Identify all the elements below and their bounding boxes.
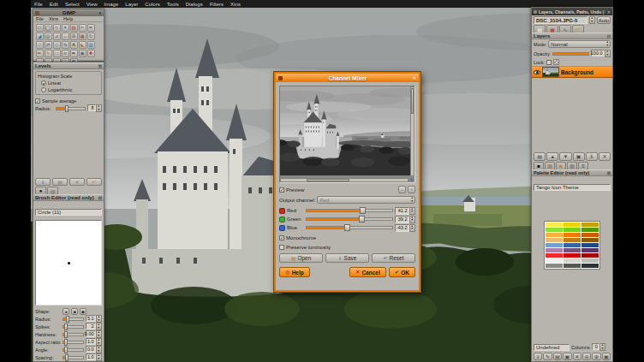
dock-tab[interactable]: ∿ (559, 25, 571, 33)
palette-editor-header[interactable]: Palette Editor (read only) ⊠ (532, 169, 612, 176)
radius-slider[interactable] (56, 107, 86, 110)
spin-arrows-icon[interactable]: ▲▼ (409, 224, 415, 232)
shape-button[interactable]: ● (63, 308, 69, 315)
tool-button[interactable]: ▭ (53, 50, 61, 57)
color-swatch[interactable] (564, 228, 581, 232)
color-swatch[interactable] (564, 238, 581, 242)
opacity-slider[interactable] (552, 52, 588, 56)
palette-action-button[interactable]: ✎ (543, 353, 552, 360)
param-slider[interactable] (63, 325, 84, 329)
color-swatch[interactable] (581, 233, 599, 237)
menu-item[interactable]: Image (101, 2, 122, 7)
channel-spinbox[interactable]: -43.2 ▲▼ (395, 224, 415, 232)
menu-icon[interactable]: ⊟ (607, 33, 611, 39)
tool-button[interactable]: ≋ (62, 50, 69, 57)
tool-button[interactable]: A (70, 41, 78, 49)
logarithmic-radio-row[interactable]: Logarithmic (38, 87, 99, 92)
color-swatch[interactable] (546, 253, 563, 258)
tool-button[interactable]: ✚ (87, 50, 95, 57)
tool-button[interactable]: ▱ (36, 41, 44, 49)
param-spinbox[interactable]: 2 ▲▼ (86, 323, 102, 330)
tool-button[interactable]: ✂ (79, 24, 86, 32)
channel-slider[interactable] (306, 209, 393, 212)
sample-average-row[interactable]: ✓ Sample average (33, 97, 104, 104)
shape-button[interactable]: ◆ (80, 308, 86, 315)
mode-select[interactable]: Normal ▲▼ (548, 40, 611, 48)
param-slider[interactable] (63, 333, 84, 336)
color-swatch[interactable] (581, 228, 599, 232)
color-swatch[interactable] (546, 248, 563, 252)
color-swatch[interactable] (581, 253, 599, 258)
preview-hscrollbar[interactable] (280, 178, 408, 182)
zoom-out-button[interactable]: − (398, 186, 406, 193)
color-swatch[interactable] (581, 248, 599, 252)
color-swatch[interactable] (546, 258, 563, 263)
menu-item[interactable]: Colors (141, 2, 163, 7)
dock-tab[interactable]: ■ (556, 162, 566, 169)
cancel-button[interactable]: ✕Cancel (349, 267, 386, 277)
columns-spinbox[interactable]: 0 ▲▼ (592, 343, 605, 351)
channel-slider[interactable] (306, 217, 393, 221)
dock-button[interactable]: ↶ (86, 178, 102, 186)
close-icon[interactable]: ✕ (413, 75, 416, 80)
color-swatch[interactable] (546, 264, 563, 268)
menu-item[interactable]: Help (61, 16, 75, 21)
dock-tab[interactable]: ▤ (534, 25, 546, 33)
palette-name-field[interactable] (534, 184, 611, 191)
color-swatch[interactable] (564, 223, 581, 227)
spin-arrows-icon[interactable]: ▲▼ (96, 338, 102, 346)
tool-button[interactable]: ↔ (62, 33, 69, 40)
palette-action-button[interactable]: ▤ (553, 353, 562, 360)
menu-item[interactable]: File (33, 16, 46, 21)
close-icon[interactable]: ⊠ (98, 195, 102, 200)
color-name-field[interactable] (534, 344, 569, 351)
palette-action-button[interactable]: ▣ (602, 353, 611, 360)
linear-radio-row[interactable]: ● Linear (38, 80, 99, 86)
dock-tab[interactable]: ↶ (572, 25, 584, 33)
dock-tab[interactable]: ▥ (567, 162, 577, 169)
monochrome-checkbox[interactable]: ✓ (279, 235, 284, 240)
close-icon[interactable]: ✕ (607, 9, 611, 15)
spin-arrows-icon[interactable]: ▲▼ (96, 330, 102, 338)
color-swatch[interactable] (546, 228, 563, 232)
tool-button[interactable]: ◣ (79, 41, 86, 49)
palette-action-button[interactable]: ✕ (573, 353, 581, 360)
visibility-eye-icon[interactable] (534, 70, 540, 74)
spin-arrows-icon[interactable]: ▲▼ (409, 216, 415, 223)
preserve-luminosity-checkbox[interactable] (279, 245, 284, 250)
tool-button[interactable]: ✏ (36, 50, 44, 57)
param-spinbox[interactable]: 0.0 ▲▼ (86, 346, 102, 353)
dock-tab[interactable]: ▨ (47, 187, 58, 194)
spin-arrows-icon[interactable]: ▲▼ (96, 104, 102, 112)
slider-handle[interactable] (66, 316, 69, 323)
tool-button[interactable]: ⇆ (62, 41, 69, 49)
menu-item[interactable]: File (31, 2, 46, 7)
menu-item[interactable]: Xtns (227, 2, 244, 7)
tool-button[interactable]: ▧ (70, 24, 78, 32)
lock-checkbox[interactable] (546, 60, 552, 65)
close-icon[interactable]: ⊠ (607, 170, 611, 175)
spin-arrows-icon[interactable]: ▲▼ (409, 207, 415, 215)
layer-action-button[interactable]: ✕ (599, 152, 611, 161)
menu-item[interactable]: View (83, 2, 101, 7)
layer-action-button[interactable]: ▣ (573, 152, 585, 161)
slider-handle[interactable] (359, 216, 365, 223)
tool-button[interactable]: ◯ (45, 24, 52, 32)
param-spinbox[interactable]: 1.0 ▲▼ (86, 353, 102, 361)
dock-button[interactable]: ▤ (52, 178, 68, 186)
menu-item[interactable]: Tools (164, 2, 182, 7)
navigation-icon[interactable]: ✛ (408, 176, 414, 182)
radio-icon[interactable]: ● (41, 80, 46, 86)
slider-handle[interactable] (64, 339, 68, 346)
palette-action-button[interactable]: ⇓ (534, 353, 542, 360)
tool-button[interactable]: ⊿ (53, 33, 61, 40)
dialog-titlebar[interactable]: Channel Mixer ✕ (276, 74, 419, 82)
auto-button[interactable]: Auto (597, 16, 611, 24)
palette-action-button[interactable]: ⊕ (592, 353, 600, 360)
dock-button[interactable]: ⇓ (35, 178, 51, 186)
color-swatch[interactable] (564, 243, 581, 247)
spin-arrows-icon[interactable]: ▲▼ (599, 343, 605, 351)
chevron-down-icon[interactable]: ▲▼ (589, 16, 595, 24)
close-icon[interactable]: ✕ (98, 10, 102, 15)
radio-icon[interactable] (41, 87, 46, 92)
